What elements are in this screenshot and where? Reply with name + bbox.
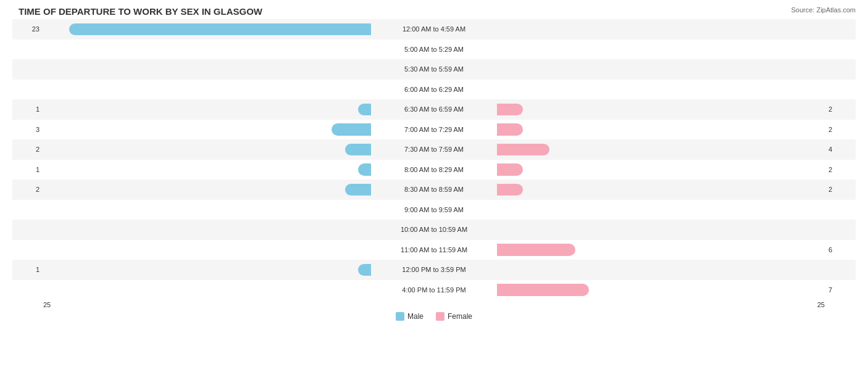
female-bar-container [496,244,825,256]
male-bar-container [43,184,372,196]
time-label: 5:30 AM to 5:59 AM [372,65,496,73]
table-row: 1 8:00 AM to 8:29 AM 2 [12,160,856,180]
female-bar [497,104,523,116]
legend-female-label: Female [448,312,472,321]
table-row: 1 6:30 AM to 6:59 AM 2 [12,99,856,120]
female-bar-container [496,184,825,196]
female-bar-container [496,83,825,96]
male-bar [69,23,371,36]
time-label: 4:00 PM to 11:59 PM [372,286,496,294]
female-bar-container [496,204,825,216]
time-label: 10:00 AM to 10:59 AM [372,226,496,233]
female-bar [497,144,549,156]
time-label: 7:30 AM to 7:59 AM [372,146,496,153]
female-bar [497,284,589,296]
table-row: 11:00 AM to 11:59 AM 6 [12,240,856,260]
male-bar-container [43,83,372,96]
female-bar-container [496,23,825,36]
source-label: Source: ZipAtlas.com [791,6,856,14]
male-bar [345,144,371,156]
legend: Male Female [12,312,856,321]
table-row: 23 12:00 AM to 4:59 AM [12,19,856,39]
female-value: 4 [825,146,856,153]
time-label: 7:00 AM to 7:29 AM [372,126,496,133]
table-row: 6:00 AM to 6:29 AM [12,80,856,100]
male-bar-container [43,224,372,236]
legend-female: Female [436,312,472,321]
male-value: 1 [12,166,43,173]
legend-male-label: Male [407,312,424,321]
male-bar-container [43,163,372,176]
male-bar-container [43,264,372,276]
male-bar-container [43,104,372,116]
legend-male: Male [396,312,424,321]
female-bar-container [496,163,825,176]
axis-max: 25 [817,301,825,308]
female-bar-container [496,144,825,156]
legend-male-box [396,312,404,321]
axis-min: 25 [43,301,51,308]
male-bar [332,123,371,136]
female-bar [497,244,575,256]
time-label: 5:00 AM to 5:29 AM [372,46,496,53]
female-bar-container [496,123,825,136]
female-bar [497,123,523,136]
table-row: 9:00 AM to 9:59 AM [12,200,856,220]
time-label: 8:00 AM to 8:29 AM [372,166,496,173]
female-value: 2 [825,166,856,173]
time-label: 12:00 PM to 3:59 PM [372,266,496,273]
male-bar-container [43,284,372,296]
table-row: 1 12:00 PM to 3:59 PM [12,260,856,280]
male-bar-container [43,23,372,36]
table-row: 2 8:30 AM to 8:59 AM 2 [12,179,856,200]
rows-container: 23 12:00 AM to 4:59 AM 5:00 AM to 5:29 A… [12,19,856,300]
female-bar-container [496,284,825,296]
chart-area: 23 12:00 AM to 4:59 AM 5:00 AM to 5:29 A… [12,19,856,318]
male-bar [358,104,371,116]
table-row: 5:30 AM to 5:59 AM [12,59,856,80]
time-label: 9:00 AM to 9:59 AM [372,206,496,213]
male-bar [358,264,371,276]
male-value: 1 [12,266,43,273]
female-bar [497,163,523,176]
male-bar [358,163,371,176]
chart-title: TIME OF DEPARTURE TO WORK BY SEX IN GLAS… [12,6,856,17]
time-label: 11:00 AM to 11:59 AM [372,246,496,254]
female-bar-container [496,43,825,56]
table-row: 4:00 PM to 11:59 PM 7 [12,280,856,300]
table-row: 5:00 AM to 5:29 AM [12,39,856,60]
female-bar [497,184,523,196]
male-value: 2 [12,146,43,153]
male-bar [345,184,371,196]
time-label: 6:00 AM to 6:29 AM [372,86,496,93]
male-value: 23 [12,25,43,33]
female-bar-container [496,64,825,76]
female-value: 6 [825,246,856,254]
time-label: 12:00 AM to 4:59 AM [372,25,496,33]
male-bar-container [43,144,372,156]
male-value: 3 [12,126,43,133]
time-label: 8:30 AM to 8:59 AM [372,186,496,193]
female-bar-container [496,104,825,116]
legend-female-box [436,312,444,321]
table-row: 2 7:30 AM to 7:59 AM 4 [12,139,856,160]
axis-labels: 25 25 [12,301,856,308]
female-bar-container [496,224,825,236]
female-bar-container [496,264,825,276]
female-value: 7 [825,286,856,294]
male-value: 2 [12,186,43,193]
chart-container: TIME OF DEPARTURE TO WORK BY SEX IN GLAS… [0,0,868,367]
male-bar-container [43,204,372,216]
male-bar-container [43,123,372,136]
table-row: 10:00 AM to 10:59 AM [12,220,856,240]
female-value: 2 [825,105,856,113]
male-value: 1 [12,105,43,113]
male-bar-container [43,43,372,56]
time-label: 6:30 AM to 6:59 AM [372,105,496,113]
male-bar-container [43,64,372,76]
female-value: 2 [825,186,856,193]
male-bar-container [43,244,372,256]
female-value: 2 [825,126,856,133]
table-row: 3 7:00 AM to 7:29 AM 2 [12,120,856,140]
